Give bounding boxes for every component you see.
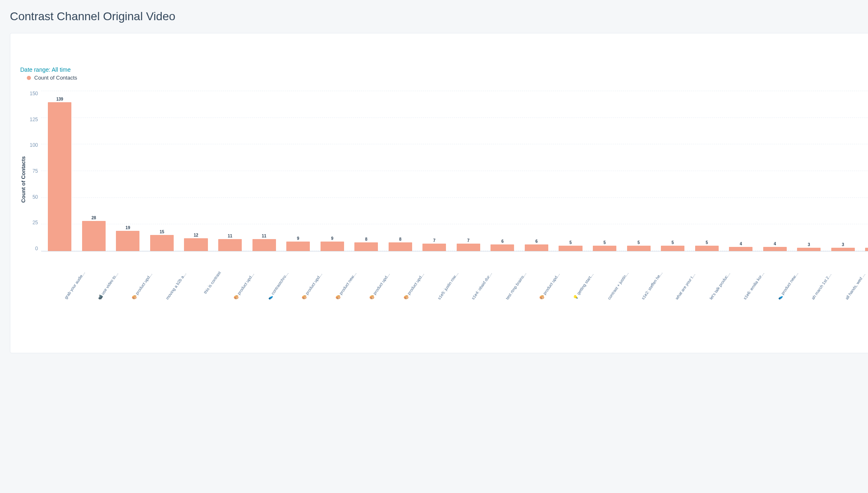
bar-column[interactable]: 5 (656, 241, 690, 251)
bar[interactable] (457, 244, 480, 251)
bar[interactable] (286, 242, 310, 251)
x-tick-label: test rtmp brainsonic (505, 270, 528, 300)
bar-value-label: 12 (193, 233, 198, 237)
y-tick: 75 (33, 168, 38, 174)
x-tick-label: s1e6: emilia korczynska - head of m… (743, 270, 766, 300)
x-tick-label: s1e5: justin rowe - cmo/founder @i… (437, 270, 460, 300)
bar-column[interactable]: 9 (315, 237, 349, 251)
bar[interactable] (389, 242, 412, 251)
bar[interactable] (695, 246, 719, 251)
bar-column[interactable]: 6 (520, 239, 554, 251)
bar-column[interactable]: 7 (452, 239, 486, 251)
y-axis-label: Count of Contacts (20, 156, 26, 203)
x-tick-label: grab your audie… (63, 270, 86, 300)
x-tick-label: s1e4: obaid durrani - head of conte… (471, 270, 494, 300)
bar-value-label: 139 (56, 97, 63, 101)
x-tick-label: ah march 1st 2023 (811, 270, 834, 300)
bar[interactable] (627, 246, 651, 251)
x-tick-label: 🎨 product update | july news at co… (369, 270, 392, 300)
legend-label: Count of Contacts (34, 75, 77, 81)
bar-value-label: 11 (228, 234, 232, 238)
x-tick-label: 🎨 product update | june news at co… (403, 270, 426, 300)
bar[interactable] (354, 242, 378, 251)
bar-value-label: 5 (705, 241, 708, 245)
bar-column[interactable]: 3 (860, 243, 868, 251)
bar[interactable] (422, 244, 446, 251)
bar-value-label: 3 (842, 243, 844, 247)
bar-column[interactable]: 9 (281, 237, 315, 251)
x-tick-label: s1e2: steffen hedebrandt - cmo @dr… (641, 270, 664, 300)
y-tick: 50 (33, 194, 38, 200)
bar[interactable] (593, 246, 616, 251)
bar-column[interactable]: 4 (758, 242, 792, 251)
bar[interactable] (797, 248, 821, 251)
bar-column[interactable]: 5 (588, 241, 622, 251)
x-tick-label: let's talk product-minded enginieers (709, 270, 732, 300)
bar-column[interactable]: 8 (349, 237, 383, 251)
bar-value-label: 7 (433, 239, 436, 243)
x-tick-label: 👟 product news february | "the gan… (776, 270, 800, 300)
bar-column[interactable]: 3 (792, 243, 826, 251)
x-tick-label: this is contrast (199, 270, 222, 300)
x-tick-label: 💡 getting started with webinars: w… (573, 270, 596, 300)
bar[interactable] (116, 231, 139, 251)
x-axis-labels: grab your audie…📹 use video to scale …🎨 … (46, 270, 868, 275)
x-tick-label: moving a b2b audience from your … (165, 270, 188, 300)
page-title: Contrast Channel Original Video (10, 10, 858, 23)
y-tick: 25 (33, 220, 38, 225)
bar[interactable] (150, 235, 174, 251)
x-tick-label: 👟 contrastchronicles | "the gang re… (267, 270, 290, 300)
bar-column[interactable]: 28 (77, 216, 111, 251)
bar[interactable] (491, 244, 514, 251)
bar-column[interactable]: 139 (43, 97, 77, 251)
bar[interactable] (252, 239, 276, 251)
bar-value-label: 8 (399, 237, 401, 242)
date-range-label[interactable]: Date range: All time (20, 66, 868, 73)
bar-column[interactable]: 7 (417, 239, 451, 251)
bar-value-label: 4 (774, 242, 776, 246)
bar-value-label: 11 (262, 234, 267, 238)
bar[interactable] (218, 239, 242, 251)
x-tick-label: what are your toughest webinar pro… (675, 270, 698, 300)
bar-value-label: 15 (160, 230, 164, 234)
bar-value-label: 7 (467, 239, 470, 243)
bar-column[interactable]: 12 (179, 233, 213, 251)
bar[interactable] (82, 221, 106, 251)
x-tick-label: 🎨 product update | august news at… (233, 270, 256, 300)
bar-column[interactable]: 19 (111, 226, 145, 251)
bar[interactable] (661, 246, 684, 251)
bar-value-label: 19 (125, 226, 130, 230)
bar[interactable] (184, 238, 208, 251)
bar[interactable] (729, 247, 752, 251)
y-tick: 125 (30, 117, 38, 122)
bar-column[interactable]: 5 (622, 241, 656, 251)
bar-value-label: 5 (672, 241, 674, 245)
bar-column[interactable]: 11 (247, 234, 281, 251)
chart-card: Date range: All time Count of Contacts C… (10, 33, 868, 353)
bar-column[interactable]: 5 (690, 241, 724, 251)
bar-column[interactable]: 8 (384, 237, 417, 251)
bar[interactable] (525, 244, 548, 251)
bar-column[interactable]: 4 (724, 242, 758, 251)
bar-column[interactable]: 15 (145, 230, 179, 251)
bar[interactable] (559, 246, 582, 251)
bar[interactable] (831, 248, 855, 251)
bar-value-label: 6 (501, 239, 504, 244)
x-tick-label: 🎨 product update | octobinars: a… (539, 270, 562, 300)
bar-column[interactable]: 3 (826, 243, 860, 251)
x-tick-label: contrast + justine @ sellsy (606, 270, 630, 300)
bar-column[interactable]: 11 (213, 234, 247, 251)
bar-column[interactable]: 6 (486, 239, 519, 251)
bar-value-label: 5 (637, 241, 640, 245)
y-tick: 0 (35, 246, 38, 251)
y-tick: 150 (30, 91, 38, 96)
chart-plot: Count of Contacts 1501251007550250 13928… (20, 91, 868, 268)
bar[interactable] (763, 247, 787, 251)
bar-value-label: 28 (92, 216, 96, 220)
bar[interactable] (865, 248, 868, 251)
bar-column[interactable]: 5 (554, 241, 587, 251)
legend-dot-icon (27, 76, 31, 80)
bar[interactable] (48, 102, 71, 251)
bar[interactable] (321, 242, 344, 251)
x-tick-label: 🎨 product news march | the gang at co… (335, 270, 358, 300)
